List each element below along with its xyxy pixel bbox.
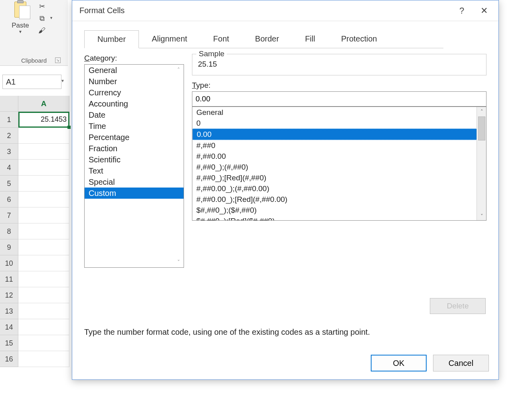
cell[interactable] [18,303,69,319]
type-item[interactable]: #,##0_);[Red](#,##0) [192,172,486,183]
category-item[interactable]: Special [85,176,184,188]
type-item[interactable]: #,##0 [192,140,486,151]
ok-button[interactable]: OK [371,355,427,371]
row-header[interactable]: 4 [0,160,18,176]
row-header[interactable]: 1 [0,112,18,128]
category-item[interactable]: Currency [85,87,184,98]
category-item[interactable]: Number [85,76,184,87]
cell[interactable] [18,144,69,160]
cut-icon[interactable]: ✂ [36,1,48,12]
delete-button: Delete [430,298,486,314]
cell[interactable] [18,176,69,192]
type-item[interactable]: 0.00 [192,128,486,140]
type-item[interactable]: $#,##0_);($#,##0) [192,205,486,215]
paste-label: Paste [12,22,29,30]
scroll-down-icon[interactable]: ˅ [477,211,487,220]
sample-value: 25.15 [198,60,481,69]
row-header[interactable]: 11 [0,271,18,287]
type-item[interactable]: #,##0_);(#,##0) [192,162,486,172]
copy-dropdown-icon[interactable]: ▼ [49,16,53,20]
tab-protection[interactable]: Protection [328,30,390,48]
name-box-dropdown-icon[interactable]: ▼ [61,79,65,83]
type-item[interactable]: 0 [192,118,486,128]
row-header[interactable]: 12 [0,287,18,303]
category-item[interactable]: Date [85,109,184,120]
cell[interactable] [18,192,69,207]
category-item[interactable]: Custom [85,188,184,199]
copy-icon[interactable]: ⧉ [36,13,48,24]
cell[interactable] [18,223,69,239]
scroll-up-icon[interactable]: ˄ [175,66,182,73]
type-item[interactable]: $#,##0_);[Red]($#,##0) [192,215,486,221]
row-header[interactable]: 5 [0,176,18,192]
row-header[interactable]: 7 [0,207,18,223]
row-header[interactable]: 2 [0,128,18,144]
close-icon: ✕ [481,6,488,16]
tab-alignment[interactable]: Alignment [138,30,200,48]
category-item[interactable]: General [85,65,184,76]
sample-box: Sample 25.15 [192,54,487,75]
clipboard-dialog-launcher-icon[interactable]: ↘ [55,57,61,63]
tab-number[interactable]: Number [84,30,139,48]
row-header[interactable]: 16 [0,351,18,367]
format-hint-text: Type the number format code, using one o… [84,328,443,337]
dialog-titlebar: Format Cells ? ✕ [72,0,498,21]
row-header[interactable]: 10 [0,255,18,271]
category-item[interactable]: Text [85,165,184,176]
row-header[interactable]: 6 [0,192,18,207]
row-header[interactable]: 13 [0,303,18,319]
category-item[interactable]: Time [85,120,184,132]
format-painter-icon[interactable]: 🖌 [36,25,48,36]
help-button[interactable]: ? [451,1,473,20]
type-item[interactable]: #,##0.00 [192,151,486,162]
type-listbox[interactable]: General00.00#,##0#,##0.00#,##0_);(#,##0)… [192,107,487,221]
dialog-title: Format Cells [79,6,125,15]
close-button[interactable]: ✕ [473,1,495,20]
row-header[interactable]: 3 [0,144,18,160]
row-header[interactable]: 8 [0,223,18,239]
scroll-up-icon[interactable]: ˄ [477,107,487,116]
row-header[interactable]: 14 [0,319,18,335]
cancel-button[interactable]: Cancel [433,355,489,371]
cell[interactable] [18,255,69,271]
cell[interactable] [18,207,69,223]
tab-fill[interactable]: Fill [292,30,328,48]
category-label: Category: [84,54,184,63]
category-item[interactable]: Fraction [85,143,184,154]
type-label: Type: [192,81,487,90]
cell[interactable] [18,351,69,367]
type-input[interactable] [192,91,487,107]
column-header-a[interactable]: A [18,96,69,112]
cell[interactable] [18,271,69,287]
name-box[interactable]: A1 [2,75,61,89]
row-header[interactable]: 15 [0,335,18,351]
type-item[interactable]: General [192,107,486,118]
cell[interactable] [18,128,69,144]
paste-icon [10,0,30,21]
tab-font[interactable]: Font [200,30,242,48]
category-item[interactable]: Accounting [85,98,184,109]
cell[interactable] [18,239,69,255]
category-listbox[interactable]: GeneralNumberCurrencyAccountingDateTimeP… [84,64,184,268]
paste-dropdown-icon[interactable]: ▼ [6,30,34,34]
format-cells-dialog: Format Cells ? ✕ NumberAlignmentFontBord… [72,0,499,380]
type-item[interactable]: #,##0.00_);(#,##0.00) [192,183,486,194]
select-all-corner[interactable] [0,96,18,112]
scroll-down-icon[interactable]: ˅ [175,259,182,266]
cell[interactable] [18,287,69,303]
scroll-thumb[interactable] [478,117,485,140]
ribbon-clipboard-group: Paste ▼ ✂ ⧉ ▼ 🖌 Clipboard ↘ [0,0,68,66]
type-list-scrollbar[interactable]: ˄ ˅ [477,107,486,220]
category-item[interactable]: Percentage [85,132,184,143]
cell[interactable] [18,319,69,335]
cell[interactable] [18,335,69,351]
sample-label: Sample [196,49,227,58]
cell[interactable] [18,160,69,176]
category-item[interactable]: Scientific [85,154,184,165]
row-header[interactable]: 9 [0,239,18,255]
tab-border[interactable]: Border [242,30,292,48]
type-item[interactable]: #,##0.00_);[Red](#,##0.00) [192,194,486,205]
paste-button[interactable]: Paste ▼ [6,0,34,34]
dialog-tabs: NumberAlignmentFontBorderFillProtection [84,30,443,48]
cell[interactable]: 25.1453 [18,112,69,128]
